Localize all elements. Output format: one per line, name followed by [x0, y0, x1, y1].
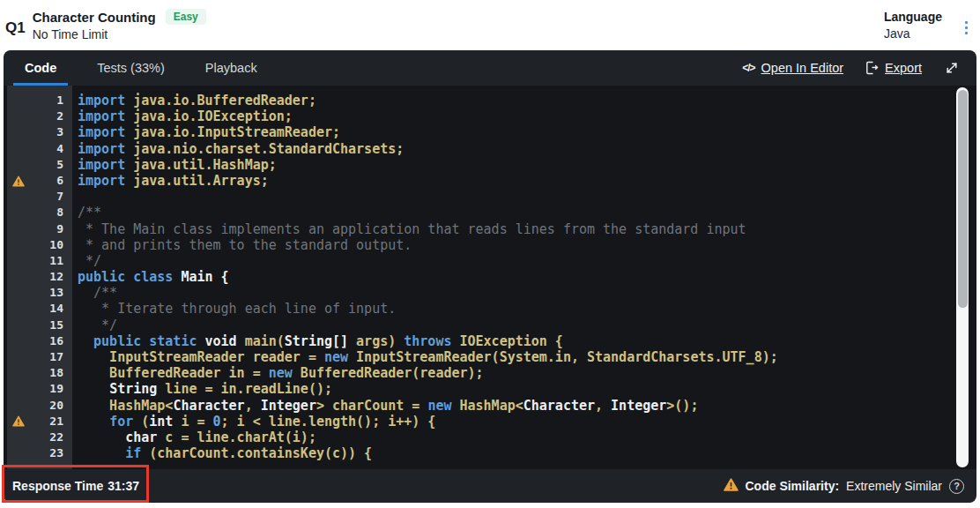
response-time: Response Time31:37: [12, 479, 139, 493]
line-number: 21: [30, 414, 69, 430]
code-line: 8/**: [4, 205, 976, 220]
scrollbar-thumb[interactable]: [958, 90, 968, 308]
code-line: 6import java.util.Arrays;: [4, 173, 976, 189]
gutter-spacer: [7, 349, 30, 365]
gutter-spacer: [7, 445, 30, 461]
code-line: 4import java.nio.charset.StandardCharset…: [4, 141, 976, 157]
gutter-spacer: [7, 301, 30, 317]
code-line: 22 char c = line.charAt(i);: [4, 430, 976, 445]
line-number: 4: [30, 141, 69, 157]
help-circle-icon[interactable]: ?: [949, 479, 964, 494]
gutter-spacer: [7, 237, 30, 253]
language-value: Java: [884, 26, 942, 41]
code-line: 11 */: [4, 253, 976, 269]
tab-code[interactable]: Code: [25, 50, 56, 86]
code-line: 1import java.io.BufferedReader;: [4, 93, 976, 108]
code-text: char c = line.charAt(i);: [69, 430, 316, 445]
line-number: 20: [30, 398, 69, 414]
difficulty-badge: Easy: [166, 9, 206, 25]
tab-tests[interactable]: Tests (33%): [97, 50, 165, 86]
code-text: import java.util.HashMap;: [69, 157, 277, 173]
line-number: 5: [30, 157, 69, 173]
code-line: 10 * and prints them to the standard out…: [4, 237, 976, 253]
tabs: Code Tests (33%) Playback: [25, 50, 257, 86]
similarity-label: Code Similarity:: [746, 479, 840, 493]
open-in-editor-link[interactable]: </> Open In Editor: [742, 61, 843, 75]
code-line: 16 public static void main(String[] args…: [4, 333, 976, 349]
gutter-spacer: [7, 141, 30, 157]
code-line: 21 for (int i = 0; i < line.length(); i+…: [4, 414, 976, 430]
line-number: 19: [30, 381, 69, 397]
gutter-spacer: [7, 430, 30, 445]
gutter-spacer: [7, 124, 30, 140]
code-text: * Iterate through each line of input.: [69, 301, 396, 317]
code-text: HashMap<Character, Integer> charCount = …: [69, 398, 698, 414]
code-text: InputStreamReader reader = new InputStre…: [69, 349, 778, 365]
code-text: * The Main class implements an applicati…: [69, 221, 746, 237]
code-similarity: Code Similarity: Extremely Similar ?: [724, 478, 965, 495]
code-line: 9 * The Main class implements an applica…: [4, 221, 976, 237]
line-number: 8: [30, 205, 69, 220]
question-header: Q1 Character Counting Easy No Time Limit…: [0, 0, 980, 50]
code-line: 2import java.io.IOException;: [4, 108, 976, 124]
code-text: [69, 189, 78, 205]
code-text: for (int i = 0; i < line.length(); i++) …: [69, 414, 435, 430]
gutter-spacer: [7, 269, 30, 285]
gutter-spacer: [7, 365, 30, 381]
code-text: import java.io.IOException;: [69, 108, 293, 124]
kebab-dot: [965, 32, 968, 34]
line-number: 17: [30, 349, 69, 365]
code-text: import java.io.InputStreamReader;: [69, 124, 340, 140]
status-bar: Response Time31:37 Code Similarity: Extr…: [4, 469, 976, 503]
code-line: 23 if (charCount.containsKey(c)) {: [4, 445, 976, 461]
code-text: /**: [69, 285, 117, 301]
kebab-dot: [965, 26, 968, 29]
line-number: 10: [30, 237, 69, 253]
gutter-spacer: [7, 221, 30, 237]
line-number: 7: [30, 189, 69, 205]
language-label: Language: [884, 10, 942, 24]
code-line: 19 String line = in.readLine();: [4, 381, 976, 397]
gutter-spacer: [7, 381, 30, 397]
code-text: public static void main(String[] args) t…: [69, 333, 563, 349]
line-number: 22: [30, 430, 69, 445]
line-number: 6: [30, 173, 69, 189]
gutter-spacer: [7, 157, 30, 173]
code-icon: </>: [742, 62, 754, 74]
code-line: 18 BufferedReader in = new BufferedReade…: [4, 365, 976, 381]
gutter-spacer: [7, 189, 30, 205]
kebab-menu-icon[interactable]: [961, 18, 971, 38]
expand-diagonal-icon[interactable]: [943, 59, 961, 77]
code-text: import java.io.BufferedReader;: [69, 93, 316, 108]
line-number: 14: [30, 301, 69, 317]
open-in-editor-label: Open In Editor: [761, 61, 844, 75]
warning-triangle-icon: [7, 173, 30, 189]
gutter-spacer: [7, 93, 30, 108]
code-text: /**: [69, 205, 101, 220]
code-text: * and prints them to the standard output…: [69, 237, 412, 253]
line-number: 16: [30, 333, 69, 349]
line-number: 3: [30, 124, 69, 140]
time-limit-text: No Time Limit: [33, 27, 206, 41]
similarity-value: Extremely Similar: [846, 479, 942, 493]
code-text: */: [69, 253, 101, 269]
code-line: 15 */: [4, 318, 976, 333]
line-number: 12: [30, 269, 69, 285]
code-line: 5import java.util.HashMap;: [4, 157, 976, 173]
code-text: */: [69, 318, 117, 333]
export-link[interactable]: Export: [865, 61, 922, 75]
editor-scrollbar[interactable]: [956, 87, 969, 467]
tab-playback[interactable]: Playback: [205, 50, 257, 86]
toolbar-actions: </> Open In Editor Export: [742, 59, 961, 77]
code-line: 7: [4, 189, 976, 205]
question-number: Q1: [5, 19, 26, 37]
gutter-spacer: [7, 108, 30, 124]
gutter-spacer: [7, 318, 30, 333]
line-number: 13: [30, 285, 69, 301]
page: Q1 Character Counting Easy No Time Limit…: [0, 0, 980, 508]
code-editor: 1import java.io.BufferedReader;2import j…: [4, 86, 976, 469]
export-label: Export: [885, 61, 922, 75]
warning-triangle-icon: [7, 414, 30, 430]
code-text: import java.util.Arrays;: [69, 173, 269, 189]
code-line: 13 /**: [4, 285, 976, 301]
